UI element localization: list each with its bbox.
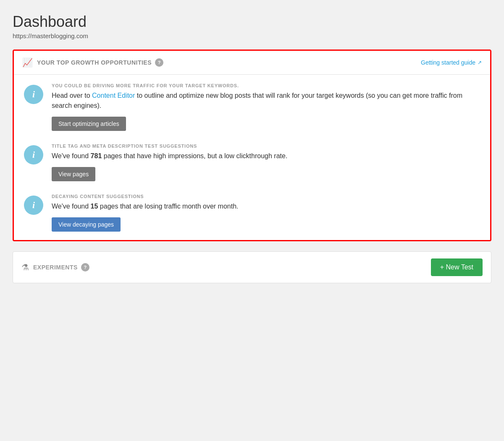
- external-link-icon: ↗: [478, 60, 482, 65]
- experiments-icon: ⚗: [21, 262, 29, 272]
- growth-card-body: i YOU COULD BE DRIVING MORE TRAFFIC FOR …: [14, 75, 490, 240]
- getting-started-label: Getting started guide: [421, 59, 475, 66]
- opportunity-content-3: DECAYING CONTENT SUGGESTIONS We've found…: [52, 194, 480, 232]
- getting-started-link[interactable]: Getting started guide ↗: [421, 59, 482, 66]
- opportunity-item-decaying: i DECAYING CONTENT SUGGESTIONS We've fou…: [24, 194, 480, 232]
- info-icon-3: i: [24, 196, 43, 215]
- experiments-card: ⚗ EXPERIMENTS ? + New Test: [13, 251, 491, 283]
- page-url: https://masterblogging.com: [13, 32, 491, 39]
- view-decaying-pages-button[interactable]: View decaying pages: [52, 217, 121, 232]
- growth-opportunities-card: 📈 YOUR TOP GROWTH OPPORTUNITIES ? Gettin…: [13, 50, 491, 241]
- growth-card-header: 📈 YOUR TOP GROWTH OPPORTUNITIES ? Gettin…: [14, 51, 490, 75]
- opportunity-text-3: We've found 15 pages that are losing tra…: [52, 201, 480, 211]
- opportunity-text-2: We've found 781 pages that have high imp…: [52, 151, 480, 161]
- view-pages-button[interactable]: View pages: [52, 167, 95, 181]
- opportunity-category-2: TITLE TAG AND META DESCRIPTION TEST SUGG…: [52, 144, 480, 149]
- title-tag-count: 781: [91, 152, 102, 159]
- experiments-help-icon[interactable]: ?: [81, 263, 89, 271]
- page-title: Dashboard: [13, 13, 491, 31]
- info-icon-2: i: [24, 145, 43, 164]
- opportunity-category-1: YOU COULD BE DRIVING MORE TRAFFIC FOR YO…: [52, 83, 480, 88]
- opportunity-content-1: YOU COULD BE DRIVING MORE TRAFFIC FOR YO…: [52, 83, 480, 131]
- opportunity-item-content-editor: i YOU COULD BE DRIVING MORE TRAFFIC FOR …: [24, 83, 480, 131]
- experiments-header: ⚗ EXPERIMENTS ? + New Test: [13, 252, 491, 283]
- info-icon-1: i: [24, 85, 43, 104]
- page-header: Dashboard https://masterblogging.com: [13, 13, 491, 39]
- content-editor-link[interactable]: Content Editor: [92, 92, 135, 99]
- experiments-title: EXPERIMENTS: [33, 264, 78, 271]
- growth-help-icon[interactable]: ?: [155, 58, 163, 67]
- opportunity-text-1: Head over to Content Editor to outline a…: [52, 91, 480, 111]
- opportunity-category-3: DECAYING CONTENT SUGGESTIONS: [52, 194, 480, 199]
- opportunity-item-title-tag: i TITLE TAG AND META DESCRIPTION TEST SU…: [24, 144, 480, 181]
- new-test-button[interactable]: + New Test: [431, 258, 483, 276]
- growth-card-title: YOUR TOP GROWTH OPPORTUNITIES: [37, 59, 152, 66]
- growth-header-icon: 📈: [22, 57, 33, 68]
- start-optimizing-button[interactable]: Start optimizing articles: [52, 117, 126, 131]
- opportunity-content-2: TITLE TAG AND META DESCRIPTION TEST SUGG…: [52, 144, 480, 181]
- decaying-count: 15: [91, 203, 98, 210]
